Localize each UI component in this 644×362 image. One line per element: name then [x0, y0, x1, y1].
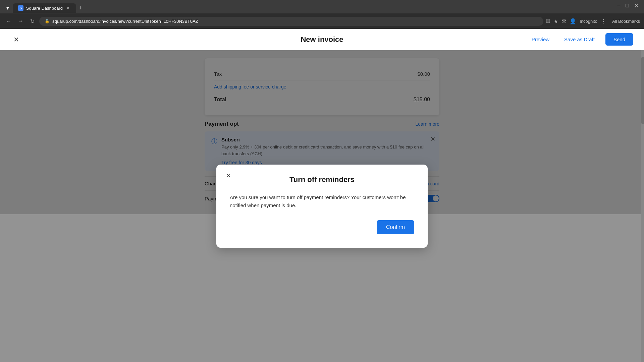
active-tab[interactable]: S Square Dashboard ✕ [13, 3, 76, 13]
modal-close-icon: × [226, 172, 230, 179]
new-tab-button[interactable]: + [76, 3, 85, 13]
bookmark-star-icon[interactable]: ★ [553, 18, 558, 24]
preview-button[interactable]: Preview [528, 34, 553, 45]
incognito-label: Incognito [580, 19, 597, 24]
tab-label: Square Dashboard [26, 6, 63, 11]
close-invoice-button[interactable]: ✕ [11, 33, 22, 46]
page-content: ✕ New invoice Preview Save as Draft Send… [0, 29, 644, 362]
lock-icon: 🔒 [45, 19, 50, 23]
browser-toolbar: ← → ↻ 🔒 squarup.com/dashboard/invoices/n… [0, 13, 644, 29]
tab-prev-button[interactable]: ▼ [3, 4, 13, 12]
modal-overlay: × Turn off reminders Are you sure you wa… [0, 50, 644, 362]
send-button[interactable]: Send [605, 33, 633, 46]
tab-close-button[interactable]: ✕ [65, 5, 71, 11]
app-header: ✕ New invoice Preview Save as Draft Send [0, 29, 644, 50]
close-window-button[interactable]: ✕ [634, 3, 639, 9]
header-actions: Preview Save as Draft Send [528, 33, 633, 46]
maximize-button[interactable]: □ [626, 3, 629, 9]
back-button[interactable]: ← [4, 17, 13, 25]
address-bar[interactable]: 🔒 squarup.com/dashboard/invoices/new?cur… [39, 17, 543, 26]
modal-close-button[interactable]: × [223, 170, 234, 181]
modal-title: Turn off reminders [230, 175, 414, 184]
tab-favicon: S [18, 5, 23, 11]
eye-slash-icon[interactable]: 👁̸ [546, 18, 550, 24]
minimize-button[interactable]: – [617, 3, 620, 9]
bookmarks-label: All Bookmarks [612, 19, 640, 24]
url-text: squarup.com/dashboard/invoices/new?curre… [52, 19, 198, 24]
toolbar-icons: 👁̸ ★ ⚒ 👤 Incognito ⋮ All Bookmarks [546, 18, 640, 24]
modal-footer: Confirm [230, 220, 414, 234]
browser-tabs-bar: ▼ S Square Dashboard ✕ + – □ ✕ [0, 0, 644, 13]
profile-icon[interactable]: 👤 [570, 18, 576, 24]
window-controls: – □ ✕ [617, 3, 639, 9]
confirm-button[interactable]: Confirm [377, 220, 414, 234]
extensions-icon[interactable]: ⚒ [561, 18, 566, 24]
modal-body-text: Are you sure you want to turn off paymen… [230, 193, 414, 209]
save-draft-button[interactable]: Save as Draft [559, 34, 600, 45]
turn-off-reminders-modal: × Turn off reminders Are you sure you wa… [216, 165, 428, 248]
reload-button[interactable]: ↻ [28, 17, 37, 26]
menu-icon[interactable]: ⋮ [601, 18, 606, 24]
forward-button[interactable]: → [16, 17, 25, 25]
page-title: New invoice [301, 35, 343, 44]
